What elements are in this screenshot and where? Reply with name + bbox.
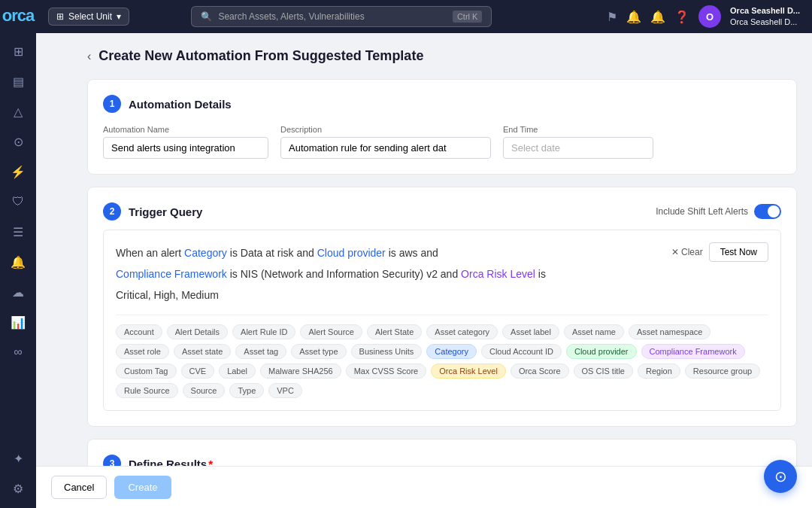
sidebar-item-search[interactable]: ⊙ — [5, 128, 32, 155]
tag-asset-role[interactable]: Asset role — [116, 344, 169, 359]
trigger-header: 2 Trigger Query Include Shift Left Alert… — [103, 202, 781, 221]
endtime-input[interactable] — [503, 137, 653, 159]
description-label: Description — [280, 125, 491, 134]
step2-badge: 2 — [103, 202, 121, 221]
sidebar-item-cloud[interactable]: ☁ — [5, 278, 32, 306]
sidebar-item-bell[interactable]: 🔔 — [5, 248, 32, 275]
tag-business-units[interactable]: Business Units — [351, 344, 423, 359]
query-box: ✕ Clear Test Now When an alert Category … — [103, 230, 781, 411]
tag-region[interactable]: Region — [638, 364, 680, 379]
sidebar: orca ⊞ ▤ △ ⊙ ⚡ 🛡 ☰ 🔔 ☁ 📊 ∞ ✦ ⚙ — [0, 0, 36, 508]
tag-asset-namespace[interactable]: Asset namespace — [629, 324, 710, 339]
fab-button[interactable]: ⊙ — [764, 460, 797, 493]
tag-os-cis-title[interactable]: OS CIS title — [574, 364, 633, 379]
description-group: Description — [280, 125, 491, 159]
endtime-group: End Time — [503, 125, 653, 159]
tag-alert-state[interactable]: Alert State — [367, 324, 422, 339]
sidebar-item-star[interactable]: ✦ — [5, 445, 32, 472]
tag-asset-type[interactable]: Asset type — [291, 344, 346, 359]
search-bar[interactable]: 🔍 Search Assets, Alerts, Vulnerabilities… — [191, 6, 492, 27]
sidebar-item-settings[interactable]: ⚙ — [5, 475, 32, 502]
cloud-provider-link[interactable]: Cloud provider — [317, 247, 386, 259]
query-and3: and — [441, 268, 461, 280]
step1-title: Automation Details — [129, 98, 232, 111]
tag-rule-source[interactable]: Rule Source — [116, 383, 178, 398]
toggle-include-shift[interactable] — [754, 204, 781, 219]
query-is2: is — [389, 247, 399, 259]
sidebar-item-chart[interactable]: 📊 — [5, 309, 32, 336]
tag-custom-tag[interactable]: Custom Tag — [116, 364, 177, 379]
page-header: ‹ Create New Automation From Suggested T… — [87, 48, 797, 64]
tag-category[interactable]: Category — [426, 344, 477, 359]
include-shift-label: Include Shift Left Alerts — [656, 206, 748, 217]
tag-cloud-account-id[interactable]: Cloud Account ID — [481, 344, 562, 359]
sidebar-item-shield[interactable]: 🛡 — [5, 188, 32, 215]
sidebar-item-alerts[interactable]: △ — [5, 98, 32, 125]
topbar-right: ⚑ 🔔 🔔 ❓ O Orca Seashell D... Orca Seashe… — [607, 5, 800, 29]
tag-cloud-provider[interactable]: Cloud provider — [566, 344, 637, 359]
create-button[interactable]: Create — [114, 476, 171, 499]
cancel-button[interactable]: Cancel — [51, 476, 107, 499]
footer: Cancel Create — [36, 466, 812, 508]
tag-cve[interactable]: CVE — [181, 364, 215, 379]
unit-selector[interactable]: ⊞ Select Unit ▾ — [48, 8, 129, 26]
topbar: ⊞ Select Unit ▾ 🔍 Search Assets, Alerts,… — [36, 0, 812, 33]
query-is1: is — [230, 247, 241, 259]
search-placeholder: Search Assets, Alerts, Vulnerabilities — [218, 11, 364, 22]
step1-badge: 1 — [103, 95, 121, 113]
tag-alert-source[interactable]: Alert Source — [300, 324, 362, 339]
description-input[interactable] — [280, 137, 491, 159]
sidebar-item-dashboard[interactable]: ▤ — [5, 68, 32, 95]
query-is4: is — [538, 268, 546, 280]
query-nis: NIS (Network and Information Security) v… — [241, 268, 438, 280]
main-content: ‹ Create New Automation From Suggested T… — [72, 33, 812, 508]
tag-vpc[interactable]: VPC — [268, 383, 302, 398]
tag-resource-group[interactable]: Resource group — [685, 364, 760, 379]
query-aws: aws — [399, 247, 418, 259]
help-icon[interactable]: ❓ — [674, 10, 689, 24]
tag-asset-state[interactable]: Asset state — [174, 344, 231, 359]
query-prefix: When an alert — [116, 247, 181, 259]
sidebar-item-grid[interactable]: ⊞ — [5, 38, 32, 65]
tag-asset-category[interactable]: Asset category — [426, 324, 498, 339]
app-logo: orca — [2, 6, 34, 26]
tag-alert-details[interactable]: Alert Details — [167, 324, 228, 339]
tag-alert-rule-id[interactable]: Alert Rule ID — [232, 324, 295, 339]
tag-asset-label[interactable]: Asset label — [502, 324, 559, 339]
tag-asset-tag[interactable]: Asset tag — [235, 344, 286, 359]
orca-risk-link[interactable]: Orca Risk Level — [461, 268, 535, 280]
query-is3: is — [230, 268, 241, 280]
avatar[interactable]: O — [698, 5, 721, 28]
form-row: Automation Name Description End Time — [103, 125, 781, 159]
user-initial: O — [706, 11, 714, 23]
sidebar-item-list[interactable]: ☰ — [5, 218, 32, 245]
query-risk-values: Critical, High, Medium — [116, 289, 219, 301]
tag-label[interactable]: Label — [219, 364, 256, 379]
tag-malware-sha256[interactable]: Malware SHA256 — [260, 364, 341, 379]
search-shortcut: Ctrl K — [453, 11, 483, 23]
unit-label: Select Unit — [68, 11, 112, 22]
tag-max-cvss-score[interactable]: Max CVSS Score — [346, 364, 427, 379]
tag-orca-risk-level[interactable]: Orca Risk Level — [431, 364, 506, 379]
notification-icon[interactable]: 🔔 — [650, 10, 665, 24]
tag-account[interactable]: Account — [116, 324, 162, 339]
sidebar-item-infinity[interactable]: ∞ — [5, 339, 32, 366]
back-button[interactable]: ‹ — [87, 50, 91, 63]
user-sub: Orca Seashell D... — [730, 17, 800, 28]
tag-type[interactable]: Type — [229, 383, 264, 398]
compliance-link[interactable]: Compliance Framework — [116, 268, 227, 280]
tag-asset-name[interactable]: Asset name — [564, 324, 624, 339]
flag-icon[interactable]: ⚑ — [607, 10, 617, 24]
fab-icon: ⊙ — [774, 467, 787, 485]
category-link[interactable]: Category — [184, 247, 227, 259]
automation-name-input[interactable] — [103, 137, 268, 159]
tag-compliance-framework[interactable]: Compliance Framework — [641, 344, 745, 359]
search-icon: 🔍 — [201, 11, 212, 22]
step1-header: 1 Automation Details — [103, 95, 781, 113]
sidebar-item-bolt[interactable]: ⚡ — [5, 158, 32, 185]
bell-alert-icon[interactable]: 🔔 — [626, 10, 641, 24]
tag-source[interactable]: Source — [183, 383, 226, 398]
include-shift-toggle: Include Shift Left Alerts — [656, 204, 781, 219]
trigger-query-card: 2 Trigger Query Include Shift Left Alert… — [87, 187, 797, 427]
tag-orca-score[interactable]: Orca Score — [511, 364, 569, 379]
